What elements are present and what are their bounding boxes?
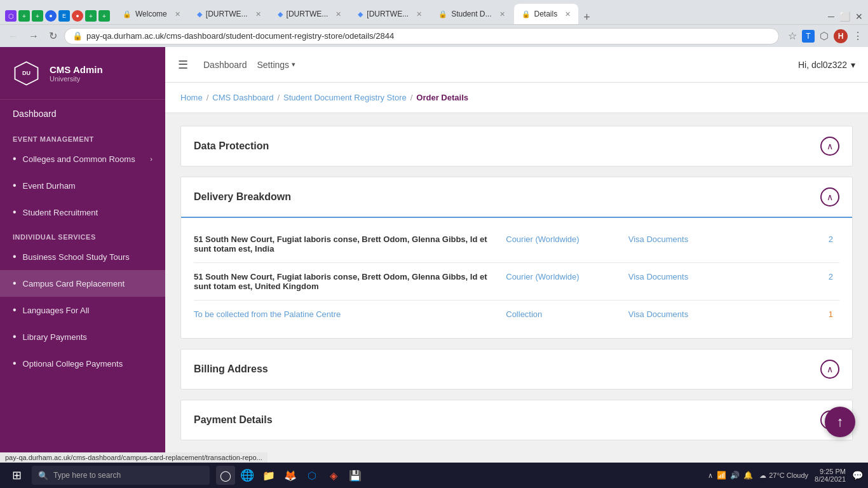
menu-icon[interactable]: ⋮ [853,30,863,42]
payment-details-header[interactable]: Payment Details ∧ [181,400,852,440]
tab-durtwe2[interactable]: ◆ [DURTWE... ✕ [270,4,349,24]
start-button[interactable]: ⊞ [5,464,28,487]
taskbar-git-icon[interactable]: ◈ [324,466,343,485]
cms-admin-title: CMS Admin [50,64,103,75]
delivery-breakdown-body: 51 South New Court, Fugiat laboris conse… [181,217,852,338]
event-management-label: EVENT MANAGEMENT [0,128,165,146]
nav-dashboard-link[interactable]: Dashboard [203,60,247,70]
ext-icon-7[interactable]: + [85,10,97,22]
taskbar-chrome-icon[interactable]: 🌐 [238,466,257,485]
delivery-row-3: To be collected from the Palatine Centre… [194,301,839,329]
address-text: pay-qa.durham.ac.uk/cms-dashboard/studen… [86,31,394,41]
campus-card-label: Campus Card Replacement [23,279,125,288]
taskbar-search[interactable]: 🔍 Type here to search [32,466,210,485]
delivery-count-2: 2 [771,263,839,301]
address-input[interactable]: 🔒 pay-qa.durham.ac.uk/cms-dashboard/stud… [64,28,779,44]
sidebar-item-languages[interactable]: Languages For All [0,297,165,323]
sidebar-item-event-durham[interactable]: Event Durham [0,172,165,199]
minimize-button[interactable]: ─ [828,11,834,22]
chevron-up-icon-data: ∧ [827,141,833,151]
taskbar-firefox-icon[interactable]: 🦊 [281,466,300,485]
nav-settings-link[interactable]: Settings ▾ [257,60,296,70]
ext-puzzle-icon[interactable]: T [802,30,815,43]
notifications-icon[interactable]: 🔔 [743,471,753,480]
data-protection-header[interactable]: Data Protection ∧ [181,126,852,166]
breadcrumb-current: Order Details [416,93,468,102]
delivery-method-2: Courier (Worldwide) [499,263,622,301]
volume-icon[interactable]: 🔊 [730,471,740,480]
sidebar-item-campus-card[interactable]: Campus Card Replacement [0,270,165,297]
sidebar-item-optional-college[interactable]: Optional College Payments [0,350,165,377]
tab-close-durtwe3[interactable]: ✕ [416,10,422,18]
ext-icon-5[interactable]: E [58,10,70,22]
tab-details[interactable]: 🔒 Details ✕ [514,4,579,24]
windows-start-icon: ⊞ [12,468,22,482]
add-tab-button[interactable]: + [580,11,594,24]
sidebar-section-individual-services: INDIVIDUAL SERVICES Business School Stud… [0,226,165,377]
data-protection-toggle[interactable]: ∧ [820,137,839,156]
search-placeholder: Type here to search [53,471,121,480]
tab-close-durtwe1[interactable]: ✕ [255,10,261,18]
top-nav: ☰ Dashboard Settings ▾ Hi, dcl0z322 ▾ [165,47,868,83]
optional-college-label: Optional College Payments [23,359,123,369]
ext-icon-3[interactable]: + [32,10,43,22]
sidebar-item-colleges[interactable]: Colleges and Common Rooms › [0,146,165,172]
breadcrumb-sep-2: / [277,93,280,102]
profile-icon[interactable]: H [834,29,848,43]
languages-label: Languages For All [23,306,90,315]
taskbar-files-icon[interactable]: 📁 [259,466,278,485]
tab-student-d[interactable]: 🔒 Student D... ✕ [431,4,512,24]
scroll-to-top-fab[interactable]: ↑ [825,407,855,437]
taskbar-storage-icon[interactable]: 💾 [346,466,365,485]
tray-chevron-icon[interactable]: ∧ [708,471,713,480]
reload-button[interactable]: ↻ [46,29,60,43]
tab-welcome[interactable]: 🔒 Welcome ✕ [115,4,188,24]
firefox-icon: 🦊 [284,470,297,482]
tab-close-details[interactable]: ✕ [565,10,571,18]
breadcrumb-store[interactable]: Student Document Registry Store [283,93,407,102]
breadcrumb-cms[interactable]: CMS Dashboard [212,93,273,102]
settings-arrow-icon: ▾ [292,60,295,69]
user-menu[interactable]: Hi, dcl0z322 ▾ [798,60,855,70]
university-subtitle: University [50,75,103,83]
ext-icon-1[interactable]: ⬡ [5,10,17,22]
billing-address-header[interactable]: Billing Address ∧ [181,349,852,389]
back-button[interactable]: ← [5,29,22,43]
delivery-breakdown-header[interactable]: Delivery Breakdown ∧ [181,177,852,217]
taskbar-vscode-icon[interactable]: ⬡ [302,466,322,485]
billing-address-toggle[interactable]: ∧ [820,360,839,379]
sidebar-item-student-recruitment[interactable]: Student Recruitment [0,199,165,226]
sidebar-item-library[interactable]: Library Payments [0,323,165,350]
sidebar-item-business-school[interactable]: Business School Study Tours [0,243,165,270]
hamburger-icon[interactable]: ☰ [178,58,188,72]
tab-durtwe1[interactable]: ◆ [DURTWE... ✕ [189,4,269,24]
content-scroll-area[interactable]: Home / CMS Dashboard / Student Document … [165,83,868,487]
sidebar-item-dashboard[interactable]: Dashboard [0,100,165,128]
library-label: Library Payments [23,332,87,342]
tab-durtwe3[interactable]: ◆ [DURTWE... ✕ [350,4,430,24]
tab-close-durtwe2[interactable]: ✕ [336,10,341,18]
delivery-breakdown-toggle[interactable]: ∧ [820,187,839,207]
arrow-up-icon: ↑ [837,414,844,430]
close-button[interactable]: ✕ [855,11,863,22]
action-center-icon[interactable]: 💬 [852,470,863,480]
delivery-doctype-1: Visa Documents [622,226,771,263]
breadcrumb: Home / CMS Dashboard / Student Document … [165,83,868,113]
extensions-icon[interactable]: ⬡ [820,30,829,42]
restore-button[interactable]: ⬜ [839,11,850,22]
breadcrumb-home[interactable]: Home [180,93,203,102]
star-icon[interactable]: ☆ [788,30,797,42]
delivery-breakdown-title: Delivery Breakdown [194,191,291,203]
payment-details-title: Payment Details [194,414,273,426]
forward-button[interactable]: → [25,29,42,43]
taskbar-cortana-icon[interactable]: ◯ [216,466,235,485]
student-recruitment-label: Student Recruitment [23,208,98,217]
tab-close-student[interactable]: ✕ [499,10,505,18]
ext-icon-8[interactable]: + [98,10,110,22]
network-icon[interactable]: 📶 [717,471,726,480]
ext-icon-4[interactable]: ● [45,10,57,22]
tab-close-welcome[interactable]: ✕ [175,10,180,18]
ext-icon-2[interactable]: + [18,10,30,22]
tray-icons: ∧ 📶 🔊 🔔 [708,471,753,480]
ext-icon-6[interactable]: ● [72,10,83,22]
